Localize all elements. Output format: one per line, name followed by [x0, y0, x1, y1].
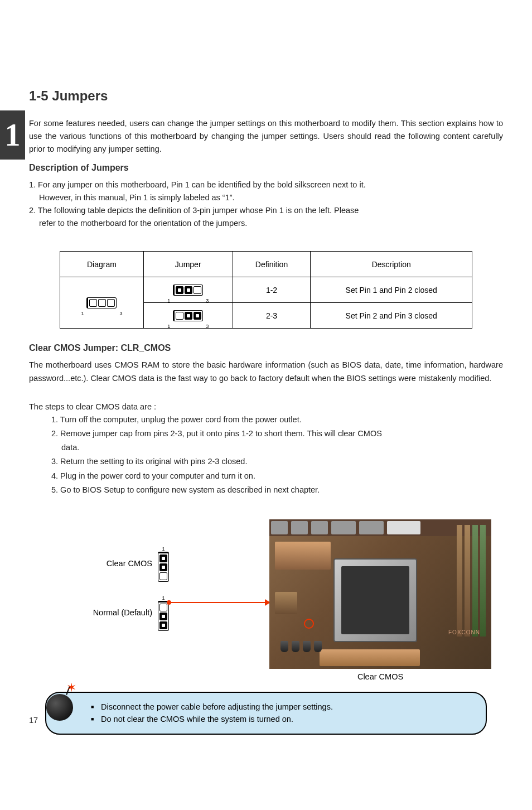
warning-note-box: ✶ Disconnect the power cable before adju… [45, 692, 487, 735]
step-2: 2. Remove jumper cap from pins 2-3, put … [29, 427, 503, 440]
th-definition: Definition [233, 252, 311, 277]
step-2b: data. [29, 441, 503, 454]
td-def-2-3: 2-3 [233, 303, 311, 329]
figure-area: Clear CMOS 1 Normal (Default) 1 [29, 513, 503, 675]
section-heading: 1-5 Jumpers [29, 88, 503, 104]
vert-jumper-normal: 1 [158, 594, 169, 631]
th-description: Description [311, 252, 472, 277]
pin-label-3: 3 [119, 311, 122, 316]
td-desc-1-2: Set Pin 1 and Pin 2 closed [311, 277, 472, 303]
jumper-diagram-1-2: 1 3 [173, 285, 203, 296]
desc-line-1: 1. For any jumper on this motherboard, P… [29, 179, 503, 191]
chapter-tab: 1 [0, 110, 25, 160]
pin-1-label: 1 [158, 546, 169, 552]
pin-label-1: 1 [81, 311, 84, 316]
jumper-definition-table: Diagram Jumper Definition Description [60, 251, 472, 329]
step-4: 4. Plug in the power cord to your comput… [29, 470, 503, 483]
th-diagram: Diagram [60, 252, 144, 277]
desc-line-2: 2. The following table depicts the defin… [29, 204, 503, 217]
connector-line [169, 602, 269, 603]
desc-line-2b: refer to the motherboard for the orienta… [29, 217, 503, 230]
bomb-warning-icon: ✶ [43, 682, 84, 723]
brand-logo: FOXCONN [448, 629, 480, 635]
pin-1-label: 1 [158, 595, 169, 601]
th-jumper: Jumper [143, 252, 233, 277]
desc-line-1b: However, in this manual, Pin 1 is simply… [29, 191, 503, 204]
description-heading: Description of Jumpers [29, 163, 503, 173]
pin-label-1: 1 [167, 298, 170, 303]
step-5: 5. Go to BIOS Setup to configure new sys… [29, 484, 503, 496]
td-desc-2-3: Set Pin 2 and Pin 3 closed [311, 303, 472, 329]
page-number: 17 [29, 716, 38, 725]
motherboard-image: FOXCONN [269, 519, 491, 669]
label-clear-cmos: Clear CMOS [107, 559, 152, 568]
td-def-1-2: 1-2 [233, 277, 311, 303]
clear-cmos-paragraph: The motherboard uses CMOS RAM to store t… [29, 359, 503, 384]
label-normal-default: Normal (Default) [93, 608, 152, 617]
pin-label-3: 3 [206, 298, 209, 303]
vert-jumper-clear: 1 [158, 545, 169, 582]
pin-label-1: 1 [167, 324, 170, 329]
pin-label-3: 3 [206, 324, 209, 329]
clear-cmos-heading: Clear CMOS Jumper: CLR_CMOS [29, 343, 503, 353]
connector-dot [167, 600, 171, 605]
warning-note-1: Disconnect the power cable before adjust… [91, 701, 475, 713]
diagram-3pin-pin1left: 1 3 [86, 297, 117, 308]
step-3: 3. Return the setting to its original wi… [29, 455, 503, 468]
step-1: 1. Turn off the computer, unplug the pow… [29, 413, 503, 426]
steps-intro: The steps to clear CMOS data are : [29, 401, 503, 413]
jumper-diagram-2-3: 1 3 [173, 310, 203, 321]
jumper-highlight-circle [304, 619, 314, 629]
clear-cmos-figure-label: Clear CMOS [347, 672, 414, 681]
warning-note-2: Do not clear the CMOS while the system i… [91, 713, 475, 725]
intro-paragraph: For some features needed, users can chan… [29, 117, 503, 156]
